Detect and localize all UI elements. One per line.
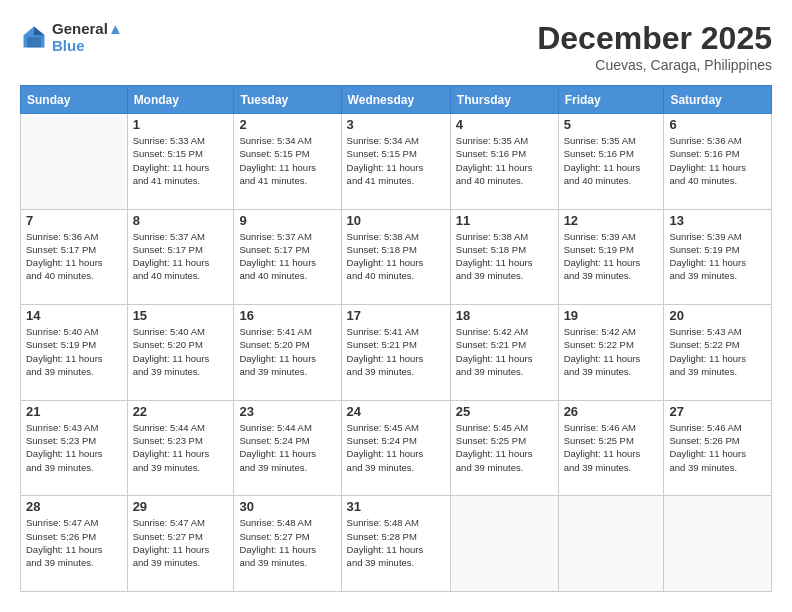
calendar-cell: 31Sunrise: 5:48 AM Sunset: 5:28 PM Dayli… xyxy=(341,496,450,592)
day-number: 24 xyxy=(347,404,445,419)
day-info: Sunrise: 5:36 AM Sunset: 5:17 PM Dayligh… xyxy=(26,230,122,283)
day-info: Sunrise: 5:48 AM Sunset: 5:27 PM Dayligh… xyxy=(239,516,335,569)
calendar-cell: 20Sunrise: 5:43 AM Sunset: 5:22 PM Dayli… xyxy=(664,305,772,401)
calendar-header-saturday: Saturday xyxy=(664,86,772,114)
day-number: 13 xyxy=(669,213,766,228)
day-number: 14 xyxy=(26,308,122,323)
day-number: 21 xyxy=(26,404,122,419)
calendar-cell: 21Sunrise: 5:43 AM Sunset: 5:23 PM Dayli… xyxy=(21,400,128,496)
day-number: 27 xyxy=(669,404,766,419)
logo: General▲ Blue xyxy=(20,20,123,54)
subtitle: Cuevas, Caraga, Philippines xyxy=(537,57,772,73)
day-info: Sunrise: 5:34 AM Sunset: 5:15 PM Dayligh… xyxy=(239,134,335,187)
calendar-cell: 23Sunrise: 5:44 AM Sunset: 5:24 PM Dayli… xyxy=(234,400,341,496)
calendar-cell: 13Sunrise: 5:39 AM Sunset: 5:19 PM Dayli… xyxy=(664,209,772,305)
day-number: 25 xyxy=(456,404,553,419)
calendar-cell: 7Sunrise: 5:36 AM Sunset: 5:17 PM Daylig… xyxy=(21,209,128,305)
day-number: 28 xyxy=(26,499,122,514)
day-number: 20 xyxy=(669,308,766,323)
day-info: Sunrise: 5:40 AM Sunset: 5:20 PM Dayligh… xyxy=(133,325,229,378)
day-info: Sunrise: 5:39 AM Sunset: 5:19 PM Dayligh… xyxy=(669,230,766,283)
calendar-cell: 28Sunrise: 5:47 AM Sunset: 5:26 PM Dayli… xyxy=(21,496,128,592)
day-info: Sunrise: 5:33 AM Sunset: 5:15 PM Dayligh… xyxy=(133,134,229,187)
calendar-header-friday: Friday xyxy=(558,86,664,114)
calendar-week-row: 28Sunrise: 5:47 AM Sunset: 5:26 PM Dayli… xyxy=(21,496,772,592)
calendar-week-row: 14Sunrise: 5:40 AM Sunset: 5:19 PM Dayli… xyxy=(21,305,772,401)
calendar-cell: 12Sunrise: 5:39 AM Sunset: 5:19 PM Dayli… xyxy=(558,209,664,305)
calendar-cell: 9Sunrise: 5:37 AM Sunset: 5:17 PM Daylig… xyxy=(234,209,341,305)
day-info: Sunrise: 5:46 AM Sunset: 5:26 PM Dayligh… xyxy=(669,421,766,474)
calendar-cell: 1Sunrise: 5:33 AM Sunset: 5:15 PM Daylig… xyxy=(127,114,234,210)
calendar-cell: 8Sunrise: 5:37 AM Sunset: 5:17 PM Daylig… xyxy=(127,209,234,305)
calendar-cell: 30Sunrise: 5:48 AM Sunset: 5:27 PM Dayli… xyxy=(234,496,341,592)
day-info: Sunrise: 5:35 AM Sunset: 5:16 PM Dayligh… xyxy=(456,134,553,187)
day-number: 3 xyxy=(347,117,445,132)
day-info: Sunrise: 5:36 AM Sunset: 5:16 PM Dayligh… xyxy=(669,134,766,187)
header: General▲ Blue December 2025 Cuevas, Cara… xyxy=(20,20,772,73)
day-info: Sunrise: 5:38 AM Sunset: 5:18 PM Dayligh… xyxy=(456,230,553,283)
day-number: 30 xyxy=(239,499,335,514)
day-info: Sunrise: 5:44 AM Sunset: 5:24 PM Dayligh… xyxy=(239,421,335,474)
day-number: 23 xyxy=(239,404,335,419)
day-info: Sunrise: 5:43 AM Sunset: 5:23 PM Dayligh… xyxy=(26,421,122,474)
day-number: 11 xyxy=(456,213,553,228)
day-info: Sunrise: 5:45 AM Sunset: 5:25 PM Dayligh… xyxy=(456,421,553,474)
day-info: Sunrise: 5:47 AM Sunset: 5:26 PM Dayligh… xyxy=(26,516,122,569)
day-number: 1 xyxy=(133,117,229,132)
day-number: 9 xyxy=(239,213,335,228)
day-number: 10 xyxy=(347,213,445,228)
calendar-header-wednesday: Wednesday xyxy=(341,86,450,114)
day-info: Sunrise: 5:38 AM Sunset: 5:18 PM Dayligh… xyxy=(347,230,445,283)
svg-rect-2 xyxy=(27,37,41,48)
calendar-cell: 3Sunrise: 5:34 AM Sunset: 5:15 PM Daylig… xyxy=(341,114,450,210)
calendar-cell xyxy=(558,496,664,592)
calendar-week-row: 1Sunrise: 5:33 AM Sunset: 5:15 PM Daylig… xyxy=(21,114,772,210)
calendar-cell: 2Sunrise: 5:34 AM Sunset: 5:15 PM Daylig… xyxy=(234,114,341,210)
calendar-cell: 10Sunrise: 5:38 AM Sunset: 5:18 PM Dayli… xyxy=(341,209,450,305)
day-info: Sunrise: 5:42 AM Sunset: 5:21 PM Dayligh… xyxy=(456,325,553,378)
calendar-cell: 24Sunrise: 5:45 AM Sunset: 5:24 PM Dayli… xyxy=(341,400,450,496)
day-number: 5 xyxy=(564,117,659,132)
day-number: 2 xyxy=(239,117,335,132)
day-number: 15 xyxy=(133,308,229,323)
calendar-cell: 6Sunrise: 5:36 AM Sunset: 5:16 PM Daylig… xyxy=(664,114,772,210)
day-info: Sunrise: 5:37 AM Sunset: 5:17 PM Dayligh… xyxy=(239,230,335,283)
calendar-header-thursday: Thursday xyxy=(450,86,558,114)
calendar-cell: 18Sunrise: 5:42 AM Sunset: 5:21 PM Dayli… xyxy=(450,305,558,401)
calendar-header-sunday: Sunday xyxy=(21,86,128,114)
title-block: December 2025 Cuevas, Caraga, Philippine… xyxy=(537,20,772,73)
day-number: 17 xyxy=(347,308,445,323)
calendar-cell: 26Sunrise: 5:46 AM Sunset: 5:25 PM Dayli… xyxy=(558,400,664,496)
calendar-cell: 14Sunrise: 5:40 AM Sunset: 5:19 PM Dayli… xyxy=(21,305,128,401)
day-number: 7 xyxy=(26,213,122,228)
day-number: 29 xyxy=(133,499,229,514)
calendar-header-row: SundayMondayTuesdayWednesdayThursdayFrid… xyxy=(21,86,772,114)
day-info: Sunrise: 5:39 AM Sunset: 5:19 PM Dayligh… xyxy=(564,230,659,283)
day-info: Sunrise: 5:42 AM Sunset: 5:22 PM Dayligh… xyxy=(564,325,659,378)
day-number: 6 xyxy=(669,117,766,132)
calendar-cell: 22Sunrise: 5:44 AM Sunset: 5:23 PM Dayli… xyxy=(127,400,234,496)
calendar-cell: 16Sunrise: 5:41 AM Sunset: 5:20 PM Dayli… xyxy=(234,305,341,401)
day-number: 31 xyxy=(347,499,445,514)
day-info: Sunrise: 5:37 AM Sunset: 5:17 PM Dayligh… xyxy=(133,230,229,283)
calendar-cell: 4Sunrise: 5:35 AM Sunset: 5:16 PM Daylig… xyxy=(450,114,558,210)
calendar-cell xyxy=(21,114,128,210)
day-info: Sunrise: 5:44 AM Sunset: 5:23 PM Dayligh… xyxy=(133,421,229,474)
calendar-cell: 17Sunrise: 5:41 AM Sunset: 5:21 PM Dayli… xyxy=(341,305,450,401)
calendar-table: SundayMondayTuesdayWednesdayThursdayFrid… xyxy=(20,85,772,592)
calendar-week-row: 21Sunrise: 5:43 AM Sunset: 5:23 PM Dayli… xyxy=(21,400,772,496)
day-info: Sunrise: 5:35 AM Sunset: 5:16 PM Dayligh… xyxy=(564,134,659,187)
day-info: Sunrise: 5:48 AM Sunset: 5:28 PM Dayligh… xyxy=(347,516,445,569)
day-number: 12 xyxy=(564,213,659,228)
month-title: December 2025 xyxy=(537,20,772,57)
day-info: Sunrise: 5:34 AM Sunset: 5:15 PM Dayligh… xyxy=(347,134,445,187)
calendar-cell: 5Sunrise: 5:35 AM Sunset: 5:16 PM Daylig… xyxy=(558,114,664,210)
calendar-cell xyxy=(450,496,558,592)
calendar-week-row: 7Sunrise: 5:36 AM Sunset: 5:17 PM Daylig… xyxy=(21,209,772,305)
day-number: 22 xyxy=(133,404,229,419)
svg-marker-1 xyxy=(34,27,45,36)
calendar-cell: 15Sunrise: 5:40 AM Sunset: 5:20 PM Dayli… xyxy=(127,305,234,401)
day-number: 18 xyxy=(456,308,553,323)
calendar-header-monday: Monday xyxy=(127,86,234,114)
calendar-cell: 11Sunrise: 5:38 AM Sunset: 5:18 PM Dayli… xyxy=(450,209,558,305)
